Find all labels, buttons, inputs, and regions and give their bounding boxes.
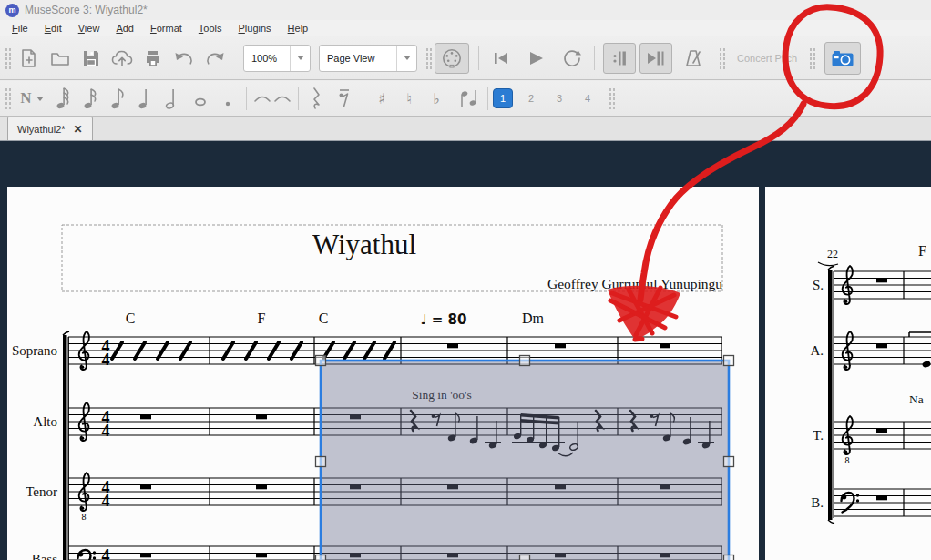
quarter-note-button[interactable]: [132, 85, 159, 112]
augmentation-dot-button[interactable]: [214, 85, 241, 112]
menu-edit[interactable]: Edit: [36, 22, 70, 35]
chord-symbols[interactable]: C F C Dm: [126, 311, 545, 326]
undo-button[interactable]: [169, 43, 200, 74]
redo-button[interactable]: [200, 43, 230, 74]
flip-direction-icon: [459, 87, 479, 110]
toolbar-grip[interactable]: [719, 47, 725, 69]
camera-icon: [831, 48, 854, 68]
measure-number-slur: [818, 262, 838, 266]
new-score-icon: [19, 48, 39, 68]
natural-button[interactable]: ♮: [395, 85, 423, 112]
eighth-rest-icon: [337, 87, 352, 110]
eighth-note-icon: [110, 87, 127, 110]
toolbar-grip[interactable]: [609, 87, 615, 109]
whole-note-icon: [192, 87, 209, 110]
eighth-rest-button[interactable]: [331, 85, 358, 112]
play-button[interactable]: [522, 45, 549, 72]
toolbar-grip[interactable]: [809, 47, 815, 69]
metronome-button[interactable]: [677, 43, 710, 74]
save-online-button[interactable]: [107, 43, 138, 74]
score-composer[interactable]: Geoffrey Gurrumul Yunupingu: [547, 276, 722, 291]
32nd-note-button[interactable]: [50, 85, 77, 112]
staff-label-tenor[interactable]: Tenor: [26, 484, 57, 499]
note-input-button[interactable]: N: [14, 85, 50, 112]
score-page-1[interactable]: Wiyathul Geoffrey Gurrumul Yunupingu C F…: [7, 187, 759, 560]
loop-icon: [562, 48, 582, 68]
staff-label-s[interactable]: S.: [813, 278, 824, 292]
whole-note-button[interactable]: [187, 85, 214, 112]
menu-add[interactable]: Add: [107, 22, 142, 35]
whole-rests-p2[interactable]: [876, 279, 887, 501]
image-capture-button[interactable]: [824, 42, 861, 75]
main-toolbar: 100% Page View: [0, 36, 931, 80]
menu-help[interactable]: Help: [280, 22, 317, 35]
16th-note-button[interactable]: [77, 85, 105, 112]
staff-label-soprano[interactable]: Soprano: [12, 343, 57, 358]
view-mode-value: Page View: [320, 46, 396, 71]
voice-2-button[interactable]: 2: [521, 88, 541, 108]
partial-chord-f[interactable]: F: [918, 243, 926, 259]
staff-label-a[interactable]: A.: [810, 343, 824, 358]
partial-lyric-na[interactable]: Na: [909, 392, 924, 406]
view-mode-dropdown-arrow[interactable]: [396, 46, 416, 71]
view-mode-select[interactable]: Page View: [319, 45, 417, 72]
rewind-button[interactable]: [487, 45, 515, 72]
open-file-button[interactable]: [45, 43, 76, 74]
flip-direction-button[interactable]: [455, 85, 483, 112]
measure-number-22[interactable]: 22: [827, 248, 838, 260]
save-icon: [81, 48, 101, 68]
quarter-rest-button[interactable]: [303, 85, 331, 112]
toolbar-grip[interactable]: [5, 87, 11, 109]
menu-file[interactable]: File: [4, 22, 36, 35]
svg-text:4: 4: [102, 492, 110, 510]
voice-1-button[interactable]: 1: [493, 88, 513, 108]
chord-f[interactable]: F: [258, 311, 266, 326]
musescore-window: m MuseScore 3: Wiyathul2* File Edit View…: [0, 0, 931, 560]
zoom-select[interactable]: 100%: [243, 45, 311, 72]
print-button[interactable]: [138, 43, 169, 74]
lasso-selection[interactable]: [316, 356, 734, 560]
save-button[interactable]: [76, 43, 107, 74]
voice-3-button[interactable]: 3: [549, 88, 569, 108]
score-page-2[interactable]: 22 S. A.: [765, 187, 931, 560]
loop-playback-button[interactable]: [558, 45, 586, 72]
half-note-button[interactable]: [159, 85, 187, 112]
augmentation-dot-icon: [221, 87, 234, 110]
chord-c2[interactable]: C: [319, 311, 329, 326]
tenor-octave-8: 8: [82, 512, 87, 522]
staff-label-bass[interactable]: Bass: [32, 552, 58, 560]
chord-dm[interactable]: Dm: [522, 311, 545, 326]
eighth-note-button[interactable]: [105, 85, 132, 112]
chord-c1[interactable]: C: [126, 311, 136, 326]
score-canvas[interactable]: Wiyathul Geoffrey Gurrumul Yunupingu C F…: [0, 141, 931, 560]
menu-tools[interactable]: Tools: [190, 22, 230, 35]
pan-playback-button[interactable]: [639, 43, 672, 74]
tie-button[interactable]: [251, 85, 293, 112]
toolbar-grip[interactable]: [425, 47, 432, 69]
menu-view[interactable]: View: [70, 22, 108, 35]
sharp-button[interactable]: ♯: [368, 85, 395, 112]
natural-icon: ♮: [406, 90, 412, 107]
tempo-marking[interactable]: ♩ = 80: [421, 311, 467, 328]
menu-format[interactable]: Format: [142, 22, 190, 35]
tab-wiyathul2[interactable]: Wiyathul2* ✕: [7, 117, 93, 140]
tie-icon: [253, 91, 292, 106]
voice-4-button[interactable]: 4: [578, 88, 598, 108]
note-input-dropdown-icon[interactable]: [36, 97, 44, 101]
new-score-button[interactable]: [14, 43, 45, 74]
menu-plugins[interactable]: Plugins: [230, 22, 280, 35]
play-repeats-button[interactable]: [603, 43, 636, 74]
staff-label-alto[interactable]: Alto: [33, 414, 57, 429]
toolbar-grip[interactable]: [5, 47, 11, 69]
staff-label-b[interactable]: B.: [811, 495, 824, 510]
flat-button[interactable]: ♭: [423, 85, 450, 112]
zoom-dropdown-arrow[interactable]: [290, 46, 310, 71]
pan-score-icon: [646, 49, 666, 67]
tab-close-icon[interactable]: ✕: [74, 123, 83, 136]
concert-pitch-toggle[interactable]: Concert Pitch: [737, 53, 797, 64]
score-title[interactable]: Wiyathul: [312, 229, 416, 260]
musescore-logo-icon: m: [5, 4, 19, 17]
midi-input-button[interactable]: [435, 43, 469, 74]
system-bracket-p2: [828, 266, 834, 524]
staff-label-t[interactable]: T.: [813, 428, 824, 443]
